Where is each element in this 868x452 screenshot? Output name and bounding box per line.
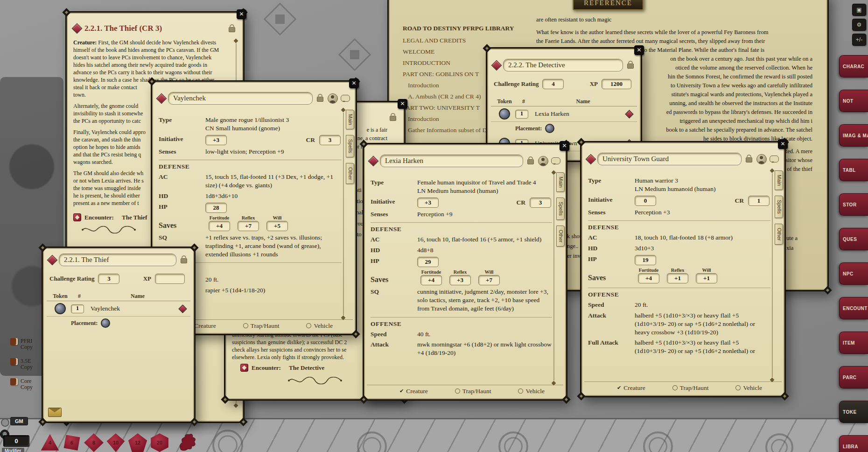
speed-value[interactable]: 20 ft. — [205, 275, 342, 284]
fortitude-save[interactable]: +4 — [209, 221, 230, 231]
fortitude-save[interactable]: +4 — [420, 275, 442, 285]
scrollbar[interactable] — [343, 113, 344, 315]
token-count[interactable]: 1 — [515, 110, 528, 119]
radio-trap-haunt[interactable]: Trap/Haunt — [672, 384, 709, 392]
ac-value[interactable]: 16, touch 10, flat-footed 16 (+5 armor, … — [417, 235, 552, 244]
hp-value[interactable]: 19 — [635, 255, 656, 265]
close-icon[interactable]: ✕ — [398, 99, 407, 109]
sidebar-button[interactable]: +/- — [852, 34, 866, 46]
reflex-save[interactable]: +3 — [449, 275, 471, 285]
close-icon[interactable]: ✕ — [778, 139, 788, 149]
modifier-value[interactable]: 0 — [3, 435, 29, 447]
chat-bubble-icon[interactable] — [341, 95, 350, 102]
challenge-rating-value[interactable]: 4 — [542, 79, 564, 89]
token-portrait[interactable] — [499, 108, 510, 120]
senses-value[interactable]: low-light vision; Perception +9 — [205, 148, 342, 156]
sidebar-tab[interactable]: STOR — [839, 193, 868, 216]
encounter-title-field[interactable]: 2.2.1. The Thief — [59, 254, 176, 266]
hd-value[interactable]: 1d8+3d6+10 — [205, 192, 342, 200]
sq-value[interactable]: +1 reflex save vs. traps, +2 saves vs. i… — [205, 233, 342, 258]
sheet-tab[interactable]: Spells — [556, 198, 565, 220]
encounter-row[interactable]: 1 Lexia Harken — [491, 106, 637, 122]
npc-name-field[interactable]: Vaylenchek — [168, 92, 313, 105]
die[interactable]: 10 — [106, 433, 126, 452]
window-titlebar[interactable]: Vaylenchek — [158, 92, 350, 105]
sidebar-tab[interactable]: ENCOUNT — [839, 297, 868, 319]
encounter-link-icon[interactable] — [240, 364, 248, 372]
chat-handle-icon[interactable] — [1, 418, 9, 427]
challenge-rating-value[interactable]: 3 — [98, 274, 119, 284]
type-value[interactable]: Human warrior 3LN Medium humanoid (human… — [635, 177, 770, 193]
will-save[interactable]: +1 — [696, 273, 717, 283]
will-save[interactable]: +7 — [478, 275, 500, 285]
attack-value[interactable]: halberd +5 (1d10+3/×3) or heavy flail +5… — [635, 311, 770, 336]
lock-icon[interactable] — [229, 27, 235, 32]
chat-bubble-icon[interactable] — [551, 157, 560, 164]
sidebar-tab[interactable]: ITEM — [839, 332, 868, 354]
radio-trap-haunt[interactable]: Trap/Haunt — [243, 322, 280, 330]
sheet-tab[interactable]: Spells — [346, 135, 354, 157]
hp-value[interactable]: 28 — [205, 203, 227, 213]
hp-value[interactable]: 29 — [417, 257, 439, 267]
sheet-tab[interactable]: Main — [346, 110, 354, 129]
lock-icon[interactable] — [317, 97, 323, 102]
reflex-save[interactable]: +7 — [238, 221, 259, 231]
sidebar-tab[interactable]: IMAG & MA — [839, 124, 868, 147]
close-icon[interactable]: ✕ — [349, 78, 359, 88]
sidebar-tab[interactable]: NOT — [839, 90, 868, 112]
portrait-icon[interactable] — [538, 156, 548, 166]
initiative-value[interactable]: 0 — [635, 196, 656, 206]
window-titlebar[interactable]: 2.2.1. The Thief (CR 3) — [73, 24, 237, 33]
die[interactable]: 20 — [150, 433, 169, 452]
radio-vehicle[interactable]: Vehicle — [735, 384, 762, 392]
senses-value[interactable]: Perception +9 — [417, 210, 552, 219]
ac-value[interactable]: 18, touch 10, flat-footed 18 (+8 armor) — [635, 233, 770, 242]
library-nav-item[interactable]: ROAD TO DESTINY PFRPG LIBRARY — [403, 25, 530, 32]
fortitude-save[interactable]: +4 — [638, 273, 659, 283]
radio-creature[interactable]: ✔Creature — [617, 384, 645, 392]
radio-creature[interactable]: ✔Creature — [399, 388, 428, 395]
sidebar-tab[interactable]: PARC — [839, 366, 868, 388]
sidebar-button[interactable]: ⚙ — [852, 19, 866, 31]
will-save[interactable]: +5 — [266, 221, 288, 231]
sheet-tab[interactable]: Main — [775, 170, 783, 190]
die[interactable]: 4 — [40, 433, 60, 452]
sidebar-button[interactable]: ▣ — [852, 4, 866, 16]
npc-link-icon[interactable] — [625, 110, 633, 118]
window-titlebar[interactable]: 2.2.2. The Detective — [493, 59, 635, 71]
window-titlebar[interactable]: 2.2.1. The Thief — [49, 254, 189, 266]
portrait-icon[interactable] — [328, 93, 338, 104]
speed-value[interactable]: 20 ft. — [635, 301, 770, 309]
close-icon[interactable]: ✕ — [237, 9, 246, 19]
die[interactable]: 12 — [128, 433, 147, 452]
radio-trap-haunt[interactable]: Trap/Haunt — [455, 388, 491, 395]
close-icon[interactable]: ✕ — [560, 141, 569, 151]
attack-value[interactable]: rapier +5 (1d4-1/18-20) — [205, 286, 342, 295]
close-icon[interactable]: ✕ — [634, 45, 644, 55]
reflex-save[interactable]: +1 — [667, 273, 688, 283]
encounter-title-field[interactable]: 2.2.2. The Detective — [503, 59, 623, 71]
window-titlebar[interactable]: University Town Guard — [587, 153, 779, 165]
sidebar-tab[interactable]: CHARAC — [839, 55, 868, 78]
lock-icon[interactable] — [746, 157, 752, 162]
encounter-link[interactable]: Encounter: The Detective — [240, 364, 324, 372]
die[interactable]: 8 — [84, 433, 104, 452]
initiative-value[interactable]: +3 — [205, 135, 227, 145]
sheet-tab[interactable]: Other — [556, 226, 565, 247]
senses-value[interactable]: Perception +3 — [635, 208, 770, 217]
chat-bubble-icon[interactable] — [770, 155, 779, 162]
sidebar-tab[interactable]: QUES — [839, 228, 868, 250]
xp-value[interactable] — [155, 274, 185, 284]
initiative-value[interactable]: +3 — [417, 198, 439, 208]
speed-value[interactable]: 40 ft. — [417, 330, 552, 339]
npc-link[interactable]: Vaylenchek — [89, 305, 180, 312]
lock-icon[interactable] — [527, 159, 534, 164]
type-value[interactable]: Female human inquisitor of Travel and Tr… — [417, 178, 552, 195]
cr-value[interactable]: 1 — [748, 196, 770, 206]
ac-value[interactable]: 15, touch 15, flat-footed 11 (+3 Dex, +1… — [205, 173, 342, 190]
token-portrait[interactable] — [55, 303, 66, 314]
attack-value[interactable]: mwk morningstar +6 (1d8+2) or mwk light … — [417, 340, 552, 357]
cr-value[interactable]: 3 — [319, 135, 341, 145]
radio-vehicle[interactable]: Vehicle — [306, 322, 332, 330]
portrait-icon[interactable] — [756, 154, 767, 164]
